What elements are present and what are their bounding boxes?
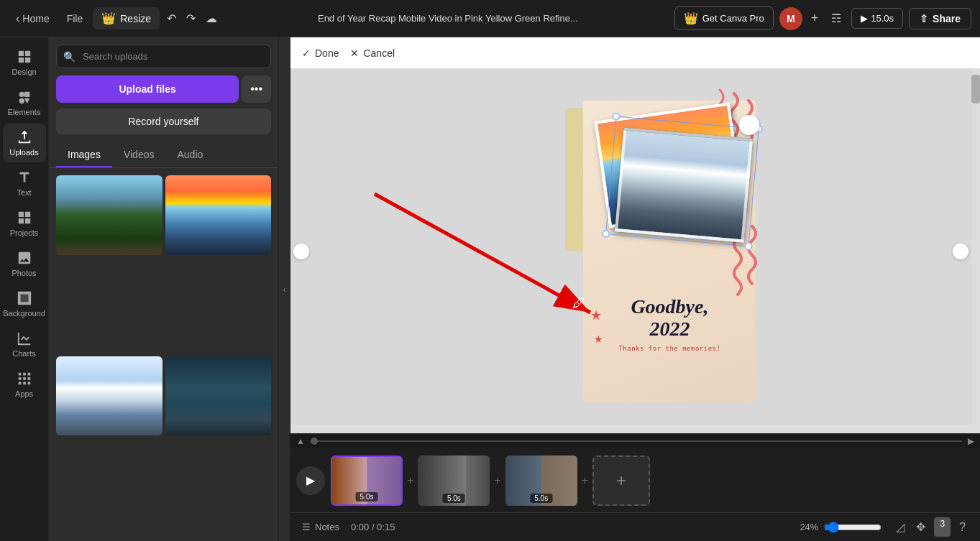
svg-rect-5: [24, 92, 29, 97]
collapse-panel-button[interactable]: ‹: [279, 37, 290, 541]
svg-line-18: [375, 194, 590, 313]
sidebar-label-elements: Elements: [8, 108, 41, 116]
projects-icon: [17, 210, 32, 226]
tab-images[interactable]: Images: [56, 143, 112, 167]
svg-rect-15: [23, 382, 26, 385]
fullscreen-button[interactable]: ✥: [913, 517, 928, 537]
sidebar-item-uploads[interactable]: Uploads: [3, 124, 46, 162]
charts-icon: [17, 330, 32, 346]
search-input[interactable]: [56, 45, 271, 68]
image-grid: [49, 168, 278, 541]
time-display: 0:00 / 0:15: [351, 522, 788, 532]
help-button[interactable]: ?: [956, 517, 968, 537]
search-icon: 🔍: [63, 51, 75, 63]
sidebar-item-charts[interactable]: Charts: [3, 325, 46, 364]
tab-videos[interactable]: Videos: [112, 143, 166, 167]
sidebar-label-charts: Charts: [12, 349, 35, 358]
playhead[interactable]: [311, 438, 318, 445]
sidebar-item-elements[interactable]: Elements: [3, 83, 46, 122]
get-pro-button[interactable]: 👑 Get Canva Pro: [674, 6, 774, 30]
canvas-prev-button[interactable]: ‹: [293, 244, 309, 259]
redo-button[interactable]: ↷: [182, 7, 200, 29]
image-thumb-3[interactable]: [56, 356, 162, 436]
play-button[interactable]: ▶: [296, 466, 325, 495]
cursor-pin: 🖊: [572, 296, 585, 311]
cloud-save-button[interactable]: ☁: [201, 7, 221, 29]
image-thumb-2[interactable]: [165, 175, 272, 255]
sidebar-item-background[interactable]: Background: [3, 285, 46, 323]
share-button[interactable]: ⇧ Share: [909, 8, 971, 29]
canvas-next-button[interactable]: ›: [953, 244, 968, 259]
sidebar-item-photos[interactable]: Photos: [3, 244, 46, 283]
elements-icon: [17, 89, 32, 105]
svg-rect-1: [24, 51, 29, 56]
clip-2[interactable]: 5.0s: [418, 456, 490, 506]
sidebar-item-apps[interactable]: Apps: [3, 365, 46, 404]
tab-audio[interactable]: Audio: [165, 143, 214, 167]
apps-icon: [17, 371, 32, 387]
uploads-panel: 🔍 Upload files ••• Record yourself Image…: [49, 37, 279, 541]
vertical-scrollbar[interactable]: [971, 69, 980, 433]
plus-connector-2: +: [494, 474, 500, 487]
cancel-button[interactable]: ✕ Cancel: [350, 47, 395, 59]
svg-point-7: [19, 98, 24, 103]
clip-1[interactable]: 5.0s: [331, 456, 403, 506]
svg-rect-16: [27, 382, 30, 385]
canvas-container: ↻ Goodbye, 2022 Thanks for the memories!…: [583, 101, 756, 402]
slide-count-badge[interactable]: 3: [934, 517, 951, 537]
star-1: ★: [590, 308, 602, 323]
zoom-controls: 24%: [800, 522, 881, 533]
timer-button[interactable]: ▶ 15.0s: [851, 8, 903, 29]
horizontal-scrollbar[interactable]: [290, 425, 971, 433]
fit-screen-button[interactable]: ◿: [893, 517, 907, 537]
svg-rect-11: [18, 377, 21, 380]
done-cancel-bar: ✓ Done ✕ Cancel: [290, 37, 980, 69]
upload-more-button[interactable]: •••: [242, 75, 271, 103]
clip-2-label: 5.0s: [443, 494, 465, 503]
history-buttons: ↶ ↷ ☁: [162, 7, 221, 29]
plus-connector-1: +: [407, 474, 413, 487]
timeline-collapse-button[interactable]: ▲: [296, 436, 305, 446]
add-clip-button[interactable]: +: [592, 456, 650, 506]
photos-icon: [17, 250, 32, 266]
checkmark-icon: ✓: [302, 47, 311, 59]
upload-files-button[interactable]: Upload files: [56, 75, 239, 103]
photo-2[interactable]: [615, 127, 753, 242]
resize-button[interactable]: 👑 Resize: [93, 7, 160, 29]
svg-rect-0: [18, 51, 23, 56]
sidebar-item-text[interactable]: Text: [3, 164, 46, 203]
design-card[interactable]: ↻ Goodbye, 2022 Thanks for the memories!…: [583, 101, 756, 402]
sidebar-item-projects[interactable]: Projects: [3, 204, 46, 243]
avatar[interactable]: M: [779, 7, 802, 30]
clip-1-label: 5.0s: [356, 492, 378, 501]
image-thumb-4[interactable]: [165, 356, 272, 436]
file-label: File: [67, 13, 83, 24]
zoom-slider[interactable]: [824, 522, 881, 533]
rotate-handle[interactable]: ↻: [739, 115, 759, 135]
goodbye-text-container: Goodbye, 2022 Thanks for the memories!: [605, 296, 734, 352]
file-button[interactable]: File: [60, 9, 91, 29]
sidebar-label-projects: Projects: [10, 228, 39, 237]
timeline-expand-button[interactable]: ▶: [968, 436, 974, 446]
add-button[interactable]: +: [808, 8, 822, 29]
timer-label: 15.0s: [871, 13, 894, 24]
svg-rect-10: [27, 373, 30, 376]
image-thumb-1[interactable]: [56, 175, 162, 255]
sidebar: Design Elements Uploads Text Projects Ph…: [0, 37, 49, 541]
sidebar-item-design[interactable]: Design: [3, 43, 46, 82]
undo-button[interactable]: ↶: [162, 7, 180, 29]
timeline-toolbar: ▲ ▶: [296, 436, 974, 446]
done-button[interactable]: ✓ Done: [302, 47, 339, 59]
sidebar-label-uploads: Uploads: [9, 148, 38, 157]
share-label: Share: [933, 13, 961, 24]
home-button[interactable]: ‹ Home: [9, 8, 57, 29]
clip-3[interactable]: 5.0s: [505, 456, 577, 506]
scrollbar-thumb[interactable]: [971, 75, 980, 103]
cancel-label: Cancel: [363, 47, 395, 59]
done-label: Done: [315, 47, 339, 59]
notes-button[interactable]: ☰ Notes: [302, 522, 339, 532]
upload-row: Upload files •••: [56, 75, 271, 103]
zoom-percentage: 24%: [800, 522, 818, 532]
record-yourself-button[interactable]: Record yourself: [56, 108, 271, 134]
analytics-button[interactable]: ☶: [827, 7, 846, 29]
